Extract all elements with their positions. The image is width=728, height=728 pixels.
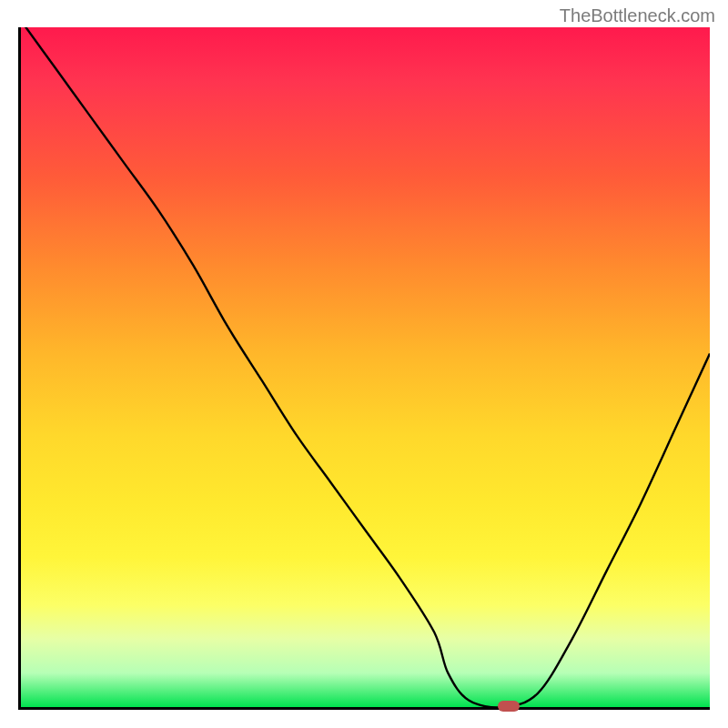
watermark-text: TheBottleneck.com: [560, 5, 715, 26]
optimal-point-marker: [498, 701, 520, 712]
bottleneck-curve: [21, 27, 710, 707]
curve-layer: [21, 27, 710, 707]
plot-frame: [18, 27, 710, 710]
